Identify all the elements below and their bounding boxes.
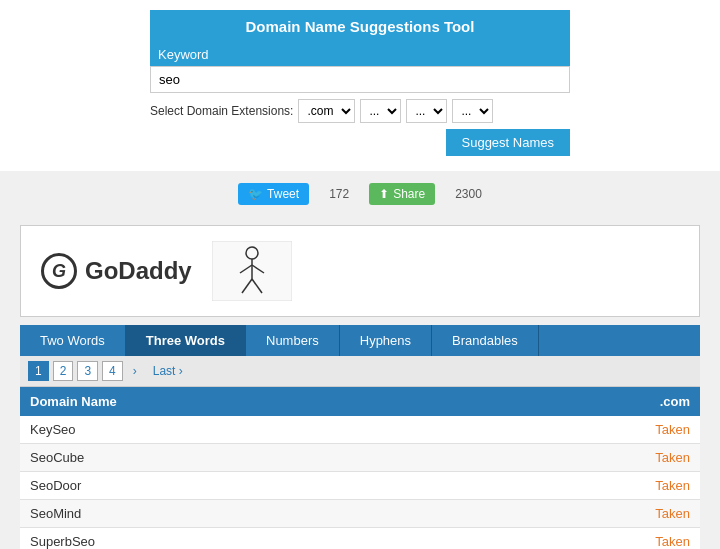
domain-status: Taken <box>434 472 700 500</box>
page-1[interactable]: 1 <box>28 361 49 381</box>
domain-status: Taken <box>434 416 700 444</box>
domain-name: SeoDoor <box>20 472 434 500</box>
page-last[interactable]: Last › <box>147 362 189 380</box>
domain-status: Taken <box>434 500 700 528</box>
domain-name: KeySeo <box>20 416 434 444</box>
godaddy-circle-icon: G <box>41 253 77 289</box>
godaddy-logo: G GoDaddy <box>41 253 192 289</box>
godaddy-logo-text: GoDaddy <box>85 257 192 285</box>
col-domain-header: Domain Name <box>20 387 434 416</box>
share-label: Share <box>393 187 425 201</box>
suggest-button[interactable]: Suggest Names <box>446 129 571 156</box>
table-row: SeoDoorTaken <box>20 472 700 500</box>
tab-brandables[interactable]: Brandables <box>432 325 539 356</box>
godaddy-banner: G GoDaddy <box>20 225 700 317</box>
ext-select-4[interactable]: ... <box>452 99 493 123</box>
godaddy-illustration <box>212 241 292 301</box>
domain-table: Domain Name .com KeySeoTakenSeoCubeTaken… <box>20 387 700 549</box>
ext-select-3[interactable]: ... <box>406 99 447 123</box>
results-section: Two Words Three Words Numbers Hyphens Br… <box>20 325 700 549</box>
tweet-label: Tweet <box>267 187 299 201</box>
extensions-label: Select Domain Extensions: <box>150 104 293 118</box>
illustration-svg <box>212 241 292 301</box>
table-row: SeoCubeTaken <box>20 444 700 472</box>
share-count: 2300 <box>455 187 482 201</box>
table-row: KeySeoTaken <box>20 416 700 444</box>
tab-numbers[interactable]: Numbers <box>246 325 340 356</box>
tab-two-words[interactable]: Two Words <box>20 325 126 356</box>
pagination-row: 1 2 3 4 › Last › <box>20 356 700 387</box>
domain-status: Taken <box>434 528 700 550</box>
domain-status: Taken <box>434 444 700 472</box>
table-row: SuperbSeoTaken <box>20 528 700 550</box>
social-row: 🐦 Tweet 172 ⬆ Share 2300 <box>0 171 720 217</box>
tab-hyphens[interactable]: Hyphens <box>340 325 432 356</box>
tool-title: Domain Name Suggestions Tool <box>150 10 570 43</box>
page-next[interactable]: › <box>127 362 143 380</box>
twitter-icon: 🐦 <box>248 187 263 201</box>
ext-select-2[interactable]: ... <box>360 99 401 123</box>
page-2[interactable]: 2 <box>53 361 74 381</box>
ext-select-1[interactable]: .com <box>298 99 355 123</box>
keyword-label: Keyword <box>150 43 570 66</box>
page-4[interactable]: 4 <box>102 361 123 381</box>
share-button[interactable]: ⬆ Share <box>369 183 435 205</box>
tweet-button[interactable]: 🐦 Tweet <box>238 183 309 205</box>
share-icon: ⬆ <box>379 187 389 201</box>
domain-name: SuperbSeo <box>20 528 434 550</box>
tab-three-words[interactable]: Three Words <box>126 325 246 356</box>
tabs-row: Two Words Three Words Numbers Hyphens Br… <box>20 325 700 356</box>
tweet-count: 172 <box>329 187 349 201</box>
keyword-input[interactable] <box>150 66 570 93</box>
domain-name: SeoCube <box>20 444 434 472</box>
col-status-header: .com <box>434 387 700 416</box>
table-row: SeoMindTaken <box>20 500 700 528</box>
domain-name: SeoMind <box>20 500 434 528</box>
results-wrapper: Domain Name .com KeySeoTakenSeoCubeTaken… <box>20 387 700 549</box>
page-3[interactable]: 3 <box>77 361 98 381</box>
